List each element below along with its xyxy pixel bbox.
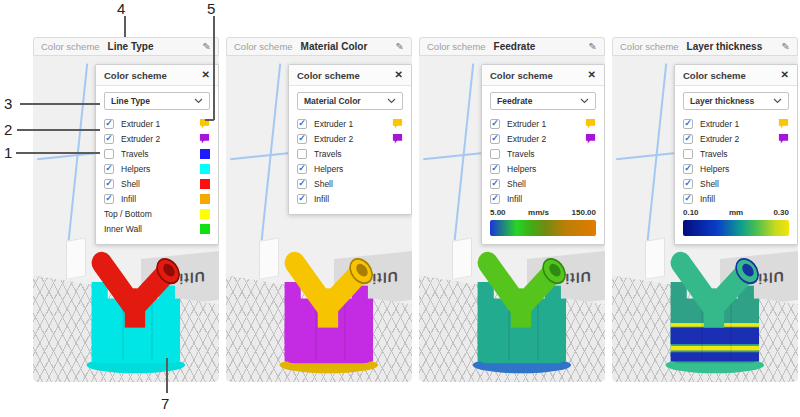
scheme-dropdown[interactable]: Feedrate: [490, 92, 596, 110]
edit-pencil-icon[interactable]: ✎: [589, 42, 597, 52]
checkbox-extruder-2[interactable]: ✓: [490, 134, 500, 144]
checkbox-travels[interactable]: [683, 149, 693, 159]
legend-unit: mm: [699, 208, 774, 217]
popup-title: Color scheme: [297, 70, 360, 81]
checkbox-infill[interactable]: ✓: [104, 194, 114, 204]
legend-gradient-bar: [683, 220, 789, 236]
color-scheme-bar-value: Layer thickness: [687, 41, 763, 52]
color-swatch: [200, 209, 210, 219]
row-extruder-1: ✓ Extruder 1: [490, 116, 596, 131]
panel-line-type: Color scheme Line Type ✎ Ultima: [33, 37, 219, 382]
row-label: Extruder 2: [700, 134, 739, 144]
material-swatch-icon: [585, 133, 596, 144]
row-label: Inner Wall: [104, 224, 142, 234]
checkbox-extruder-1[interactable]: ✓: [297, 119, 307, 129]
viewport-3d[interactable]: Ultima: [226, 56, 412, 382]
chevron-down-icon: [194, 98, 203, 104]
edit-pencil-icon[interactable]: ✎: [782, 42, 790, 52]
material-swatch-icon: [778, 133, 789, 144]
material-swatch-icon: [392, 133, 403, 144]
row-travels: Travels: [297, 146, 403, 161]
row-label: Helpers: [314, 164, 343, 174]
checkbox-extruder-2[interactable]: ✓: [297, 134, 307, 144]
row-label: Infill: [121, 194, 136, 204]
row-extruder-1: ✓ Extruder 1: [104, 116, 210, 131]
close-icon[interactable]: ✕: [588, 70, 596, 80]
popup-title: Color scheme: [490, 70, 553, 81]
checkbox-infill[interactable]: ✓: [297, 194, 307, 204]
scheme-dropdown[interactable]: Material Color: [297, 92, 403, 110]
checkbox-infill[interactable]: ✓: [490, 194, 500, 204]
color-scheme-popup: Color scheme ✕ Feedrate ✓ Extruder 1 ✓: [481, 64, 605, 245]
row-label: Travels: [700, 149, 728, 159]
row-extruder-1: ✓ Extruder 1: [297, 116, 403, 131]
viewport-3d[interactable]: Ultima: [33, 56, 219, 382]
popup-body: Layer thickness ✓ Extruder 1 ✓ Extruder …: [675, 86, 797, 244]
color-swatch: [200, 194, 210, 204]
color-scheme-bar-label: Color scheme: [41, 41, 100, 52]
color-scheme-popup: Color scheme ✕ Material Color ✓ Extruder…: [288, 64, 412, 215]
build-volume-line: [66, 63, 88, 258]
popup-body: Line Type ✓ Extruder 1 ✓ Extruder 2: [96, 86, 218, 244]
row-label: Extruder 1: [314, 119, 353, 129]
color-scheme-bar-value: Feedrate: [494, 41, 536, 52]
callout-2-line: [17, 129, 100, 131]
model-3d-material-color: [271, 240, 390, 377]
checkbox-helpers[interactable]: ✓: [104, 164, 114, 174]
callout-1: 1: [4, 144, 12, 161]
checkbox-shell[interactable]: ✓: [683, 179, 693, 189]
checkbox-travels[interactable]: [297, 149, 307, 159]
checkbox-extruder-2[interactable]: ✓: [683, 134, 693, 144]
color-scheme-bar: Color scheme Layer thickness ✎: [612, 37, 798, 56]
checkbox-extruder-1[interactable]: ✓: [490, 119, 500, 129]
popup-title: Color scheme: [683, 70, 746, 81]
panel-feedrate: Color scheme Feedrate ✎ Ultima: [419, 37, 605, 382]
checkbox-extruder-2[interactable]: ✓: [104, 134, 114, 144]
scheme-dropdown[interactable]: Line Type: [104, 92, 210, 110]
color-swatch: [200, 179, 210, 189]
build-volume-line: [645, 63, 667, 258]
close-icon[interactable]: ✕: [395, 70, 403, 80]
checkbox-helpers[interactable]: ✓: [297, 164, 307, 174]
close-icon[interactable]: ✕: [781, 70, 789, 80]
edit-pencil-icon[interactable]: ✎: [203, 42, 211, 52]
edit-pencil-icon[interactable]: ✎: [396, 42, 404, 52]
row-label: Shell: [314, 179, 333, 189]
legend-unit: mm/s: [506, 208, 572, 217]
row-travels: Travels: [104, 146, 210, 161]
checkbox-helpers[interactable]: ✓: [683, 164, 693, 174]
model-3d-layer-thickness: [657, 240, 776, 377]
model-3d-feedrate: [464, 240, 583, 377]
row-travels: Travels: [683, 146, 789, 161]
row-shell: ✓ Shell: [490, 176, 596, 191]
popup-header: Color scheme ✕: [482, 65, 604, 86]
row-label: Infill: [314, 194, 329, 204]
checkbox-shell[interactable]: ✓: [490, 179, 500, 189]
row-label: Extruder 1: [507, 119, 546, 129]
viewport-3d[interactable]: Ultima: [612, 56, 798, 382]
color-scheme-bar-value: Line Type: [108, 41, 154, 52]
scheme-dropdown[interactable]: Layer thickness: [683, 92, 789, 110]
popup-body: Material Color ✓ Extruder 1 ✓ Extruder 2: [289, 86, 411, 214]
close-icon[interactable]: ✕: [202, 70, 210, 80]
checkbox-helpers[interactable]: ✓: [490, 164, 500, 174]
legend-min: 0.10: [683, 208, 699, 217]
checkbox-shell[interactable]: ✓: [104, 179, 114, 189]
row-infill: ✓ Infill: [683, 191, 789, 206]
row-helpers: ✓ Helpers: [104, 161, 210, 176]
row-label: Helpers: [121, 164, 150, 174]
legend-min: 5.00: [490, 208, 506, 217]
checkbox-travels[interactable]: [104, 149, 114, 159]
scheme-dropdown-value: Material Color: [304, 96, 361, 106]
checkbox-extruder-1[interactable]: ✓: [104, 119, 114, 129]
checkbox-travels[interactable]: [490, 149, 500, 159]
viewport-3d[interactable]: Ultima: [419, 56, 605, 382]
row-extruder-2: ✓ Extruder 2: [104, 131, 210, 146]
row-infill: ✓ Infill: [104, 191, 210, 206]
color-scheme-bar: Color scheme Feedrate ✎: [419, 37, 605, 56]
row-extruder-2: ✓ Extruder 2: [683, 131, 789, 146]
chevron-down-icon: [773, 98, 782, 104]
checkbox-infill[interactable]: ✓: [683, 194, 693, 204]
checkbox-shell[interactable]: ✓: [297, 179, 307, 189]
checkbox-extruder-1[interactable]: ✓: [683, 119, 693, 129]
